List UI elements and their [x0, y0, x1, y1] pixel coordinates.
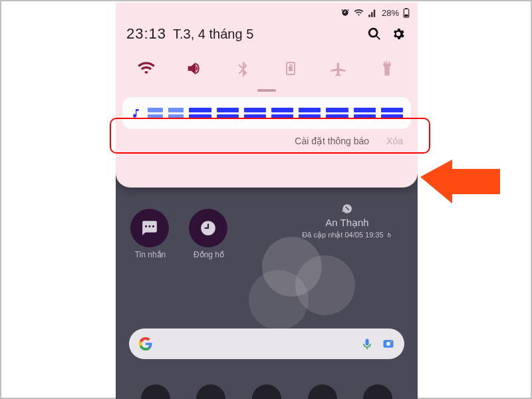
lens-icon[interactable] [382, 337, 395, 350]
status-bar: 28% [116, 3, 418, 19]
svg-point-2 [390, 341, 392, 342]
dock-app[interactable] [308, 384, 337, 399]
weather-updated: Đã cập nhật 04/05 19:35 [302, 231, 383, 239]
weather-location: An Thạnh [281, 217, 414, 229]
wifi-status-icon [354, 8, 364, 18]
music-note-icon [130, 106, 141, 120]
app-clock-label: Đồng hồ [182, 250, 235, 259]
notification-actions-row: Cài đặt thông báo Xóa [116, 133, 418, 146]
phone-screen: Tin nhắn Đồng hồ An Thạnh Đã cập nhật 04… [116, 3, 418, 399]
signal-icon [368, 8, 378, 18]
app-clock[interactable] [189, 209, 227, 247]
gear-icon [391, 27, 406, 41]
dock-app[interactable] [252, 384, 281, 399]
header-date: T.3, 4 tháng 5 [173, 27, 253, 42]
dock-app[interactable] [363, 384, 392, 399]
google-logo-icon [138, 336, 153, 351]
annotation-arrow [420, 150, 500, 217]
notification-text-redacted [148, 97, 403, 129]
svg-point-1 [386, 342, 390, 346]
svg-rect-5 [404, 14, 408, 16]
panel-drag-handle[interactable] [257, 89, 276, 92]
clear-notifications-link[interactable]: Xóa [386, 136, 403, 146]
clock-time: 23:13 [126, 25, 166, 43]
qs-sound[interactable] [182, 56, 207, 81]
qs-rotation-lock[interactable] [278, 56, 303, 81]
svg-marker-8 [420, 160, 500, 203]
search-button[interactable] [366, 25, 383, 43]
settings-button[interactable] [390, 25, 407, 43]
qs-flashlight[interactable] [374, 56, 400, 81]
dock-app[interactable] [141, 384, 170, 399]
dock-row [116, 384, 418, 399]
qs-airplane[interactable] [326, 56, 351, 81]
battery-icon [403, 8, 410, 18]
alarm-icon [340, 8, 350, 17]
search-icon [367, 27, 382, 41]
notification-panel: 28% 23:13 T.3, 4 tháng 5 [116, 3, 418, 188]
notification-settings-link[interactable]: Cài đặt thông báo [295, 136, 369, 146]
app-messages-label: Tin nhắn [124, 250, 177, 259]
app-messages[interactable] [130, 209, 169, 247]
music-notification[interactable] [122, 97, 411, 129]
svg-rect-7 [289, 66, 293, 71]
header-row: 23:13 T.3, 4 tháng 5 [116, 19, 418, 47]
svg-rect-4 [406, 8, 408, 9]
qs-wifi[interactable] [134, 56, 159, 81]
wallpaper-circle [249, 270, 309, 330]
weather-widget[interactable]: An Thạnh Đã cập nhật 04/05 19:35 [281, 202, 414, 239]
mic-icon[interactable] [360, 337, 374, 350]
google-search-bar[interactable] [129, 329, 404, 359]
quick-settings-row [116, 47, 418, 88]
dock-app[interactable] [196, 384, 225, 399]
qs-bluetooth[interactable] [230, 56, 255, 81]
battery-percent: 28% [382, 8, 399, 18]
